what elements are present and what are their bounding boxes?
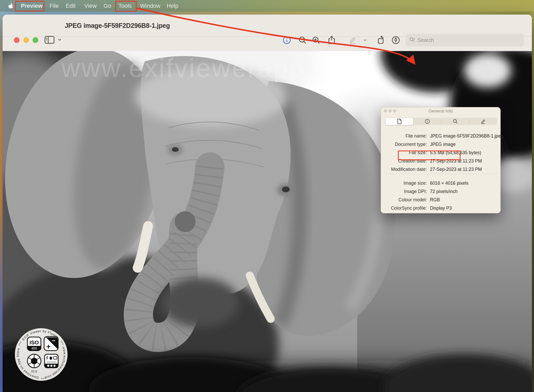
svg-text:−: − [52, 337, 55, 344]
window-title: JPEG image-5F59F2D296B8-1.jpeg [65, 15, 170, 36]
sidebar-toggle-icon[interactable] [44, 35, 55, 45]
toolbar-divider [359, 36, 360, 44]
tab-general-info[interactable] [385, 118, 413, 125]
annotation-box-image-dpi [398, 151, 460, 160]
magnifier-icon [452, 119, 458, 124]
zoom-out-button[interactable] [297, 35, 308, 45]
search-input[interactable] [417, 37, 520, 43]
menu-item-window[interactable]: Window [140, 0, 160, 12]
screen: Preview File Edit View Go Tools Window H… [0, 0, 534, 392]
get-info-button[interactable] [282, 35, 292, 45]
iso-badge-icon: ISO 400 [27, 337, 41, 351]
aperture-value-label: f/2.8 [31, 370, 37, 373]
svg-text:***: *** [41, 376, 46, 380]
markup-toolbar-toggle-button[interactable] [391, 35, 401, 45]
menu-item-file[interactable]: File [50, 0, 59, 12]
svg-text:400: 400 [31, 346, 37, 350]
exif-viewer-watermark-badge: Download on App Store *** EXIF Viewer by… [12, 325, 71, 385]
sidebar-chevron-icon[interactable] [57, 38, 62, 43]
menu-item-go[interactable]: Go [104, 0, 111, 12]
search-icon [409, 37, 415, 43]
tab-exif-info[interactable] [413, 118, 441, 125]
menu-item-help[interactable]: Help [167, 0, 178, 12]
menu-item-edit[interactable]: Edit [66, 0, 76, 12]
info-row: Modification date:27-Sep-2023 at 11:23 P… [381, 165, 500, 173]
zoom-window-button[interactable] [33, 37, 38, 43]
tab-search-metadata[interactable] [441, 118, 469, 125]
search-field[interactable] [405, 34, 524, 46]
apple-menu-icon[interactable] [8, 3, 13, 10]
exposure-badge-icon: − + [44, 337, 58, 351]
info-row: Image size:6016 × 4016 pixels [381, 179, 500, 187]
panel-zoom-button[interactable] [393, 109, 396, 113]
photo-image: www.exifviewerapp.com [3, 51, 532, 392]
panel-minimize-button[interactable] [389, 109, 392, 113]
svg-text:ISO: ISO [29, 339, 39, 345]
info-row: ColorSync profile:Display P3 [381, 204, 500, 212]
preview-window: JPEG image-5F59F2D296B8-1.jpeg [3, 15, 532, 392]
document-icon [397, 119, 402, 124]
annotation-box-preview-menu [15, 1, 44, 11]
tab-edit-metadata[interactable] [469, 118, 497, 125]
annotation-box-tools-menu [115, 1, 137, 12]
svg-text:+: + [46, 343, 51, 351]
info-row: File name:JPEG image-5F59F2D296B8-1.jpeg [381, 132, 500, 140]
panel-divider [384, 174, 498, 174]
general-info-panel: General Info [381, 107, 501, 213]
edit-pencil-icon [480, 119, 486, 124]
panel-tab-bar [385, 118, 497, 125]
aperture-badge-icon [27, 354, 41, 368]
menu-item-view[interactable]: View [84, 0, 96, 12]
close-button[interactable] [14, 37, 20, 43]
badge-ring-separator: *** [41, 376, 46, 380]
info-row-image-dpi: Image DPI:72 pixels/inch [381, 187, 500, 196]
rotate-button[interactable] [376, 35, 387, 45]
camera-info-badge-icon [45, 354, 58, 368]
info-row: Document type:JPEG image [381, 140, 500, 148]
minimize-button[interactable] [23, 37, 29, 43]
window-titlebar: JPEG image-5F59F2D296B8-1.jpeg [3, 15, 532, 37]
markup-chevron-icon[interactable] [361, 35, 369, 45]
photo-viewport: www.exifviewerapp.com General Info [3, 51, 532, 392]
panel-title: General Info [381, 107, 500, 115]
zoom-in-button[interactable] [311, 35, 321, 45]
photo-watermark: www.exifviewerapp.com [61, 53, 367, 83]
share-button[interactable] [326, 35, 337, 45]
panel-close-button[interactable] [384, 109, 387, 113]
menu-bar: Preview File Edit View Go Tools Window H… [0, 0, 534, 12]
markup-pencil-button[interactable] [348, 35, 358, 45]
info-icon [424, 119, 430, 124]
info-row: Colour model:RGB [381, 196, 500, 204]
image-info-group: Image size:6016 × 4016 pixels Image DPI:… [381, 179, 500, 212]
